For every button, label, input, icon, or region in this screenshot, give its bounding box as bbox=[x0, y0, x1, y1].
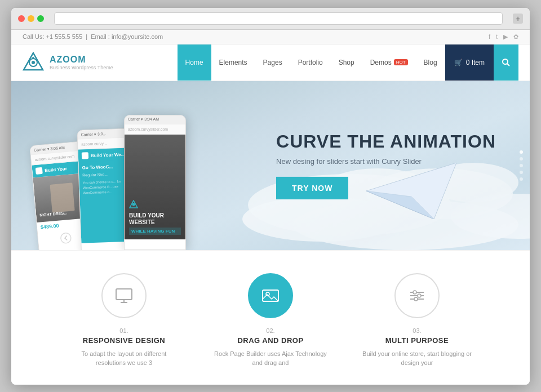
phone-2-title: Go To WooC... bbox=[82, 163, 131, 170]
phone-header-text-1: Build Your bbox=[45, 166, 67, 172]
feature-num-3: 03. bbox=[361, 327, 473, 334]
slider-dot-4[interactable] bbox=[520, 171, 523, 174]
slider-dot-5[interactable] bbox=[520, 177, 523, 181]
svg-point-16 bbox=[60, 232, 72, 243]
nav-item-elements[interactable]: Elements bbox=[211, 44, 255, 81]
slider-dot-1[interactable] bbox=[520, 150, 523, 154]
phone-3-logo-icon bbox=[129, 200, 138, 209]
hero-cta-button[interactable]: TRY NOW bbox=[276, 177, 348, 199]
cart-icon: 🛒 bbox=[454, 59, 463, 66]
main-nav: Home Elements Pages Portfolio Shop Demos… bbox=[124, 44, 518, 81]
phone-label: Call Us: bbox=[23, 33, 45, 40]
email-label: Email : bbox=[91, 33, 110, 40]
browser-chrome: + bbox=[11, 8, 530, 30]
feature-dragdrop: 02. DRAG AND DROP Rock Page Builder uses… bbox=[214, 273, 327, 368]
sliders-icon bbox=[407, 286, 427, 306]
search-button[interactable] bbox=[494, 44, 518, 81]
address-bar[interactable] bbox=[54, 12, 503, 25]
phone-mockup-3: Carrier ▾ 3:04 AM azoom.curvyslider.com … bbox=[124, 115, 186, 250]
phone-logo-2 bbox=[82, 152, 88, 159]
phone-content-3: BUILD YOUR WEBSITE WHILE HAVING FUN bbox=[125, 135, 185, 239]
feature-icon-multipurpose bbox=[394, 273, 440, 318]
phone-3-overlay: BUILD YOUR WEBSITE WHILE HAVING FUN bbox=[125, 135, 185, 239]
feature-icon-dragdrop bbox=[248, 273, 293, 318]
feature-desc-2: Rock Page Builder uses Ajax Technology a… bbox=[214, 349, 327, 368]
slider-dot-2[interactable] bbox=[520, 157, 523, 161]
nav-item-pages[interactable]: Pages bbox=[255, 44, 290, 81]
maximize-dot[interactable] bbox=[37, 15, 44, 22]
phone-3-logo-area bbox=[129, 200, 181, 209]
facebook-icon[interactable]: f bbox=[489, 33, 490, 41]
hero-title: CURVE THE ANIMATION bbox=[276, 131, 496, 151]
youtube-icon[interactable]: ▶ bbox=[503, 33, 508, 41]
header: AZOOM Business Wordpress Theme Home Elem… bbox=[11, 44, 530, 81]
svg-point-28 bbox=[418, 294, 421, 297]
feature-num-2: 02. bbox=[214, 327, 327, 334]
search-icon bbox=[502, 58, 511, 67]
nav-item-demos[interactable]: Demos HOT bbox=[362, 44, 416, 81]
svg-point-4 bbox=[503, 59, 508, 64]
image-icon bbox=[260, 286, 281, 306]
nav-item-home[interactable]: Home bbox=[178, 44, 211, 81]
svg-point-29 bbox=[414, 297, 418, 301]
logo-text: AZOOM Business Wordpress Theme bbox=[50, 55, 113, 70]
phone-3-main-title: BUILD YOUR WEBSITE bbox=[129, 212, 181, 226]
browser-dots bbox=[18, 15, 44, 22]
contact-info: Call Us: +1 555.5 555 | Email : info@you… bbox=[23, 33, 163, 40]
feature-num-1: 01. bbox=[68, 327, 180, 334]
feature-icon-responsive bbox=[101, 273, 147, 318]
phone-number: +1 555.5 555 bbox=[46, 33, 83, 40]
feature-desc-1: To adapt the layout on different resolut… bbox=[68, 349, 180, 368]
minimize-dot[interactable] bbox=[28, 15, 34, 22]
logo-tagline: Business Wordpress Theme bbox=[50, 65, 113, 70]
logo-icon bbox=[23, 52, 44, 73]
nav-item-shop[interactable]: Shop bbox=[331, 44, 362, 81]
monitor-icon bbox=[114, 286, 134, 306]
new-tab-button[interactable]: + bbox=[513, 14, 523, 24]
phone-header-text-2: Build Your We... bbox=[91, 152, 125, 158]
logo-name: AZOOM bbox=[50, 55, 113, 65]
cart-count: 0 Item bbox=[466, 59, 485, 66]
features-section: 01. RESPONSIVE DESIGN To adapt the layou… bbox=[11, 250, 530, 385]
twitter-icon[interactable]: t bbox=[496, 33, 498, 41]
social-links: f t ▶ ✿ bbox=[489, 33, 518, 41]
feature-title-1: RESPONSIVE DESIGN bbox=[68, 336, 180, 345]
browser-window: + Call Us: +1 555.5 555 | Email : info@y… bbox=[11, 8, 530, 385]
nav-item-portfolio[interactable]: Portfolio bbox=[290, 44, 331, 81]
phone-address-3: azoom.curvyslider.com bbox=[125, 124, 185, 135]
feature-title-3: MULTI PURPOSE bbox=[361, 336, 473, 345]
phone-3-sub-title: WHILE HAVING FUN bbox=[129, 228, 181, 235]
feature-title-2: DRAG AND DROP bbox=[214, 336, 327, 345]
email-address: info@yoursite.com bbox=[112, 33, 163, 40]
rss-icon[interactable]: ✿ bbox=[513, 33, 518, 41]
svg-point-18 bbox=[132, 203, 135, 206]
hero-subtitle: New desing for sliders start with Curvy … bbox=[276, 157, 496, 166]
svg-point-3 bbox=[32, 57, 34, 59]
hero-content: CURVE THE ANIMATION New desing for slide… bbox=[276, 131, 496, 199]
slider-dots bbox=[520, 150, 523, 181]
top-bar: Call Us: +1 555.5 555 | Email : info@you… bbox=[11, 30, 530, 44]
phone-status-3: Carrier ▾ 3:04 AM bbox=[125, 115, 185, 124]
slider-dot-3[interactable] bbox=[520, 164, 523, 167]
cart-button[interactable]: 🛒 0 Item bbox=[445, 44, 494, 81]
hero-section: Carrier ▾ 3:05 AM azoom.curvyslider.com … bbox=[11, 81, 530, 250]
feature-responsive: 01. RESPONSIVE DESIGN To adapt the layou… bbox=[68, 273, 180, 368]
nav-item-blog[interactable]: Blog bbox=[416, 44, 445, 81]
svg-rect-22 bbox=[263, 290, 278, 301]
phones-container: Carrier ▾ 3:05 AM azoom.curvyslider.com … bbox=[34, 115, 186, 250]
svg-point-27 bbox=[413, 291, 416, 294]
logo[interactable]: AZOOM Business Wordpress Theme bbox=[23, 52, 124, 73]
svg-rect-19 bbox=[116, 289, 132, 300]
svg-point-2 bbox=[32, 61, 35, 64]
feature-desc-3: Build your online store, start blogging … bbox=[361, 349, 473, 368]
close-dot[interactable] bbox=[18, 15, 25, 22]
phone-logo-1 bbox=[36, 167, 43, 174]
hot-badge: HOT bbox=[394, 59, 408, 65]
feature-multipurpose: 03. MULTI PURPOSE Build your online stor… bbox=[361, 273, 473, 368]
svg-line-5 bbox=[507, 64, 509, 66]
